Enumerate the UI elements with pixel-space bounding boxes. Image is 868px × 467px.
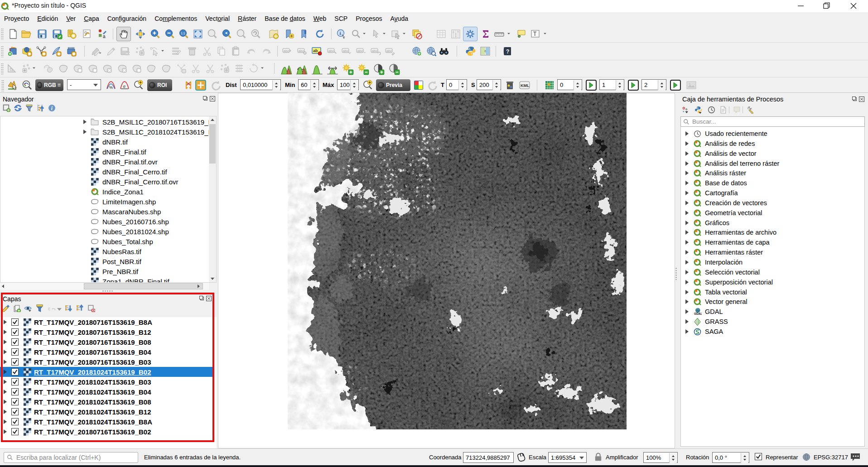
svg-text:abc: abc xyxy=(284,49,289,53)
svg-text:σ: σ xyxy=(123,84,126,89)
svg-text:abc: abc xyxy=(386,49,392,53)
svg-text:T: T xyxy=(533,31,537,37)
svg-text:%: % xyxy=(109,85,113,90)
svg-text:a: a xyxy=(103,34,106,39)
svg-text:abc: abc xyxy=(299,49,304,53)
svg-text:abc: abc xyxy=(343,49,349,53)
svg-text:abc: abc xyxy=(372,49,378,53)
svg-text:KML: KML xyxy=(521,83,530,88)
svg-text:abc: abc xyxy=(357,49,363,53)
svg-text:?: ? xyxy=(506,48,509,55)
svg-text:GDAL: GDAL xyxy=(694,312,702,315)
svg-text:1:1: 1:1 xyxy=(181,32,185,35)
svg-text:i: i xyxy=(340,30,341,36)
svg-text:abc: abc xyxy=(328,49,334,53)
svg-text:ab: ab xyxy=(313,48,318,53)
